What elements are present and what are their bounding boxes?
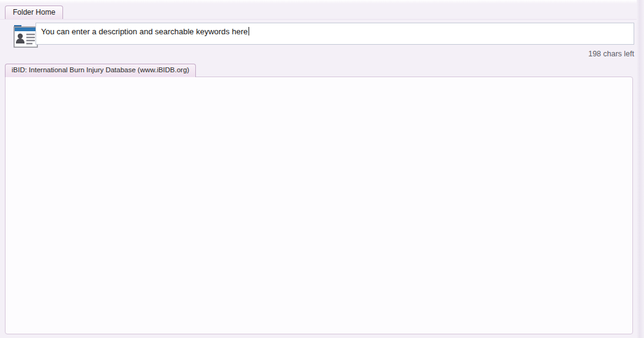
description-input[interactable]: You can enter a description and searchab… [36,23,634,45]
tab-folder-home[interactable]: Folder Home [5,6,63,19]
description-text: You can enter a description and searchab… [41,27,248,36]
text-caret [249,27,249,36]
ibid-group-box [5,77,633,334]
window-right-edge [637,0,644,338]
window-top-strip [0,0,644,4]
contact-card-icon [13,24,38,48]
tab-ibid-database[interactable]: iBID: International Burn Injury Database… [5,64,196,77]
tabstrip-divider [0,19,644,20]
chars-left-counter: 198 chars left [512,50,634,58]
